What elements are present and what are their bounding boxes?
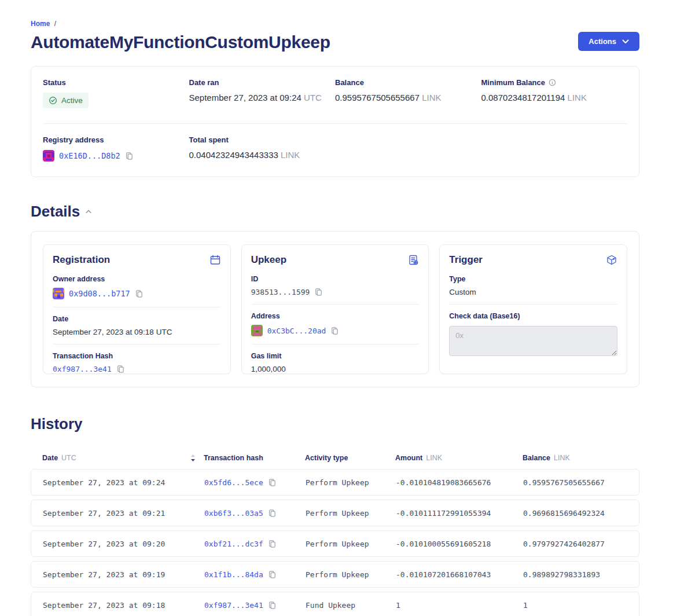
history-row: September 27, 2023 at 09:21 0xb6f3...03a…: [31, 500, 639, 526]
copy-icon[interactable]: [314, 288, 323, 296]
owner-address-link[interactable]: 0x9d08...b717: [69, 289, 130, 298]
column-header-amount: Amount LINK: [395, 454, 523, 462]
min-balance-label: Minimum Balance: [481, 78, 546, 87]
upkeep-address-link[interactable]: 0xC3bC...20ad: [267, 327, 326, 335]
document-gear-icon: [407, 254, 419, 266]
date-ran-field: Date ran September 27, 2023 at 09:24 UTC: [189, 78, 336, 108]
owner-identicon: [53, 288, 64, 299]
row-tx-link[interactable]: 0x1f1b...84da: [204, 570, 263, 579]
copy-icon[interactable]: [116, 365, 125, 373]
gas-limit-label: Gas limit: [251, 352, 420, 360]
upkeep-card: Upkeep ID 938513...1599 Address 0xC3bC..…: [241, 244, 429, 374]
total-spent-value: 0.04042324943443333: [189, 150, 278, 160]
calendar-icon: [209, 254, 221, 266]
row-activity: Perform Upkeep: [306, 478, 396, 487]
row-activity: Perform Upkeep: [306, 509, 396, 518]
total-spent-label: Total spent: [189, 135, 336, 144]
registry-address-link[interactable]: 0xE16D...D8b2: [59, 151, 120, 160]
row-activity: Perform Upkeep: [306, 570, 396, 579]
row-tx-link[interactable]: 0xbf21...dc3f: [204, 540, 263, 548]
registration-card: Registration Owner address 0x9d08...b717…: [43, 244, 231, 374]
copy-icon[interactable]: [268, 570, 277, 579]
row-activity: Perform Upkeep: [306, 540, 396, 548]
row-balance: 1: [523, 601, 627, 610]
copy-icon[interactable]: [268, 540, 277, 548]
row-tx-link[interactable]: 0xb6f3...03a5: [204, 509, 263, 518]
balance-suffix: LINK: [422, 93, 441, 102]
date-ran-label: Date ran: [189, 78, 336, 87]
details-card: Registration Owner address 0x9d08...b717…: [31, 231, 639, 387]
date-column-label: Date: [42, 454, 58, 462]
breadcrumb-home-link[interactable]: Home: [31, 20, 50, 28]
sort-icon[interactable]: [190, 454, 196, 462]
row-amount: -0.010100055691605218: [396, 540, 523, 548]
status-field: Status Active: [43, 78, 189, 108]
status-label: Status: [43, 78, 189, 87]
info-icon[interactable]: [549, 79, 556, 86]
overview-card: Status Active Date ran September 27, 202…: [31, 66, 639, 177]
row-amount: -0.010107201668107043: [396, 570, 523, 579]
copy-icon[interactable]: [268, 478, 277, 487]
trigger-card: Trigger Type Custom Check data (Base16): [439, 244, 627, 374]
copy-icon[interactable]: [330, 327, 339, 335]
topbar: Home / AutomateMyFunctionCustomUpkeep Ac…: [31, 20, 639, 52]
row-balance: 0.9797927426402877: [523, 540, 627, 548]
chevron-up-icon[interactable]: [86, 210, 91, 214]
upkeep-id-value: 938513...1599: [251, 288, 310, 296]
row-balance: 0.9595767505655667: [523, 478, 627, 487]
registration-date-label: Date: [53, 315, 221, 323]
date-ran-suffix: UTC: [304, 93, 322, 102]
upkeep-address-identicon: [251, 325, 263, 336]
history-row: September 27, 2023 at 09:20 0xbf21...dc3…: [31, 530, 639, 557]
copy-icon[interactable]: [268, 509, 277, 518]
total-spent-suffix: LINK: [281, 150, 300, 160]
trigger-type-label: Type: [449, 275, 617, 283]
row-amount: -0.010111172991055394: [396, 509, 523, 518]
history-table-header: Date UTC Transaction hash Activity type …: [31, 454, 639, 462]
row-amount: 1: [396, 601, 523, 610]
row-balance: 0.989892798331893: [523, 570, 627, 579]
check-data-textarea: [449, 326, 617, 356]
upkeep-title: Upkeep: [251, 254, 286, 266]
row-date: September 27, 2023 at 09:18: [43, 601, 204, 610]
row-tx-link[interactable]: 0xf987...3e41: [204, 601, 263, 610]
history-rows: September 27, 2023 at 09:24 0x5fd6...5ec…: [31, 469, 639, 616]
history-row: September 27, 2023 at 09:18 0xf987...3e4…: [31, 592, 639, 616]
row-balance: 0.9696815696492324: [523, 509, 627, 518]
page-title: AutomateMyFunctionCustomUpkeep: [31, 32, 330, 52]
registration-date-value: September 27, 2023 at 09:18 UTC: [53, 328, 221, 336]
history-heading: History: [31, 415, 639, 433]
balance-label: Balance: [335, 78, 481, 87]
row-date: September 27, 2023 at 09:21: [43, 509, 204, 518]
min-balance-field: Minimum Balance 0.0870234817201194 LINK: [481, 78, 628, 108]
owner-address-label: Owner address: [53, 275, 221, 283]
date-column-suffix: UTC: [61, 454, 76, 462]
total-spent-field: Total spent 0.04042324943443333 LINK: [189, 135, 336, 162]
status-value: Active: [61, 96, 83, 105]
check-data-label: Check data (Base16): [449, 312, 617, 320]
registry-identicon: [43, 150, 54, 162]
gas-limit-value: 1,000,000: [251, 365, 420, 373]
actions-button[interactable]: Actions: [578, 32, 639, 51]
copy-icon[interactable]: [135, 289, 144, 298]
min-balance-value: 0.0870234817201194: [481, 93, 565, 102]
upkeep-address-label: Address: [251, 312, 420, 320]
chevron-down-icon: [622, 39, 629, 44]
details-heading: Details: [31, 203, 80, 221]
breadcrumb: Home /: [31, 20, 330, 28]
history-row: September 27, 2023 at 09:19 0x1f1b...84d…: [31, 561, 639, 588]
row-tx-link[interactable]: 0x5fd6...5ece: [204, 478, 263, 487]
copy-icon[interactable]: [268, 601, 277, 610]
column-header-date: Date UTC: [42, 454, 204, 462]
row-date: September 27, 2023 at 09:24: [43, 478, 204, 487]
actions-label: Actions: [588, 37, 616, 46]
column-header-hash: Transaction hash: [204, 454, 305, 462]
row-activity: Fund Upkeep: [306, 601, 396, 610]
status-badge: Active: [43, 93, 89, 108]
cube-icon: [606, 254, 617, 266]
breadcrumb-separator: /: [54, 20, 56, 28]
registration-title: Registration: [53, 254, 110, 266]
copy-icon[interactable]: [125, 152, 134, 160]
upkeep-id-label: ID: [251, 275, 420, 283]
registration-tx-link[interactable]: 0xf987...3e41: [53, 365, 112, 373]
